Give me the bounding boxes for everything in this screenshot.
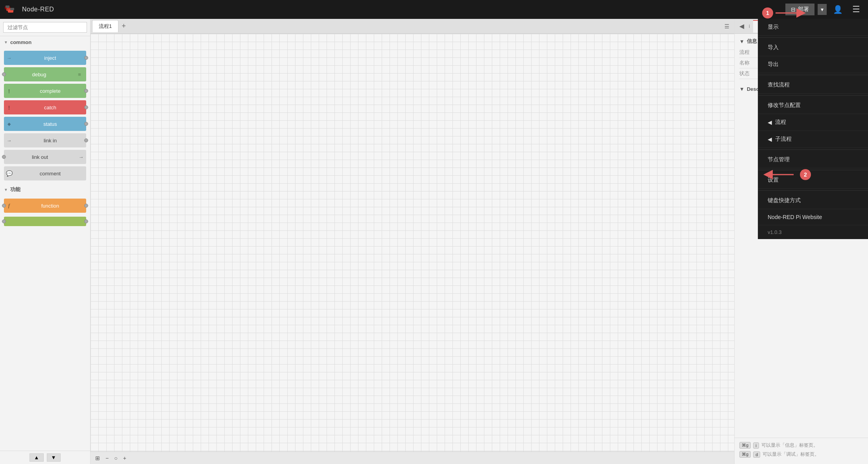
complete-icon: ! (4, 88, 14, 94)
node-comment[interactable]: 💬 comment (4, 166, 86, 180)
palette-category-common-header[interactable]: ▼ common (0, 36, 90, 48)
add-tab-button[interactable]: + (118, 22, 129, 30)
deploy-icon: ⊟ (791, 6, 796, 13)
menu-item-flow-label: 流程 (775, 119, 786, 126)
kbd-hint-debug: ⌘g d 可以显示「调试」标签页。 (739, 451, 863, 458)
panel-collapse-button[interactable]: ◀ (738, 22, 746, 30)
tab-menu-button[interactable]: ☰ (721, 23, 733, 29)
node-complete[interactable]: ! complete (4, 84, 86, 98)
canvas-map-button[interactable]: ⊞ (94, 454, 102, 462)
inject-label: inject (14, 55, 86, 61)
tab-flow1-label: 流程1 (99, 23, 112, 29)
port-right-complete (84, 89, 88, 93)
port-left-function (2, 204, 6, 208)
kbd-cmd-g: ⌘g (739, 442, 751, 449)
link-in-icon: → (4, 138, 14, 144)
canvas-center-button[interactable]: ○ (113, 454, 119, 462)
port-right-link-in (84, 138, 88, 142)
tab-bar: 流程1 + ☰ (90, 19, 734, 34)
common-nodes: → inject debug ≡ ! complete (0, 48, 90, 183)
menu-item-node-management[interactable]: 节点管理 (758, 151, 868, 168)
port-right-status (84, 122, 88, 126)
info-label-status: 状态 (739, 70, 759, 77)
scroll-controls: ▲ ▼ (0, 451, 90, 464)
app-title: Node-RED (22, 6, 54, 13)
menu-item-keyboard-shortcuts[interactable]: 键盘快捷方式 (758, 192, 868, 209)
svg-rect-4 (10, 8, 14, 10)
menu-item-website[interactable]: Node-RED Pi Website (758, 209, 868, 225)
kbd-i: i (753, 442, 759, 449)
status-label: status (14, 121, 86, 127)
port-left-extra (2, 219, 6, 223)
chevron-down-icon: ▼ (4, 40, 8, 44)
subflow-arrow-icon: ◀ (768, 136, 772, 142)
kbd-d: d (753, 451, 760, 458)
node-link-in[interactable]: → link in (4, 133, 86, 147)
canvas-zoom-out-button[interactable]: − (104, 454, 110, 462)
palette-search-area (0, 19, 90, 36)
info-section-title: 信息 (747, 38, 757, 45)
canvas-grid[interactable] (90, 34, 734, 451)
node-red-logo-icon (5, 5, 19, 14)
kbd-hint-info-text: 可以显示「信息」标签页。 (761, 442, 818, 449)
complete-label: complete (14, 88, 86, 94)
canvas-footer: ⊞ − ○ + (90, 451, 734, 464)
canvas-zoom-in-button[interactable]: + (122, 454, 128, 462)
deploy-dropdown-button[interactable]: ▾ (818, 4, 827, 15)
deploy-button[interactable]: ⊟ 部署 (785, 4, 814, 15)
node-link-out[interactable]: link out → (4, 150, 86, 164)
palette-category-function: ▼ 功能 f function (0, 183, 90, 228)
hamburger-menu-button[interactable]: ☰ (849, 3, 863, 16)
menu-item-export[interactable]: 导出 (758, 56, 868, 73)
node-status[interactable]: ◆ status (4, 117, 86, 131)
palette-category-common: ▼ common → inject debug ≡ (0, 36, 90, 183)
node-function[interactable]: f function (4, 199, 86, 213)
menu-item-subflow-label: 子流程 (775, 136, 792, 143)
category-common-label: common (10, 39, 31, 45)
node-debug[interactable]: debug ≡ (4, 67, 86, 81)
dropdown-menu: 显示 导入 导出 查找流程 修改节点配置 ◀ 流程 ◀ 子流程 节点管理 设置 … (758, 19, 868, 239)
tab-flow1[interactable]: 流程1 (92, 20, 118, 32)
user-button[interactable]: 👤 (830, 3, 846, 16)
flow-arrow-icon: ◀ (768, 119, 772, 125)
menu-item-settings[interactable]: 设置 (758, 172, 868, 189)
port-left-debug (2, 72, 6, 76)
kbd-hint-info: ⌘g i 可以显示「信息」标签页。 (739, 442, 863, 449)
main-layout: ▼ common → inject debug ≡ (0, 19, 868, 464)
menu-item-subflow[interactable]: ◀ 子流程 (758, 131, 868, 148)
menu-version: v1.0.3 (758, 225, 868, 239)
svg-rect-3 (6, 6, 9, 8)
info-label-flow: 流程 (739, 49, 759, 56)
scroll-down-button[interactable]: ▼ (47, 453, 61, 462)
menu-item-edit-node-config[interactable]: 修改节点配置 (758, 97, 868, 114)
node-catch[interactable]: ! catch (4, 100, 86, 114)
keyboard-hints: ⌘g i 可以显示「信息」标签页。 ⌘g d 可以显示「调试」标签页。 (735, 438, 868, 464)
catch-label: catch (14, 105, 86, 110)
palette-sidebar: ▼ common → inject debug ≡ (0, 19, 90, 464)
menu-item-search-flow[interactable]: 查找流程 (758, 77, 868, 94)
search-input[interactable] (3, 22, 87, 33)
info-icon: i (747, 23, 752, 29)
function-label: function (14, 203, 86, 209)
menu-item-flow[interactable]: ◀ 流程 (758, 114, 868, 131)
port-right-catch (84, 105, 88, 109)
kbd-hint-debug-text: 可以显示「调试」标签页。 (763, 451, 819, 458)
category-function-label: 功能 (10, 186, 20, 193)
port-right-extra (84, 219, 88, 223)
node-inject[interactable]: → inject (4, 51, 86, 65)
menu-separator-2 (758, 75, 868, 75)
scroll-up-button[interactable]: ▲ (30, 453, 43, 462)
menu-item-display[interactable]: 显示 (758, 19, 868, 36)
palette-category-function-header[interactable]: ▼ 功能 (0, 183, 90, 196)
catch-icon: ! (4, 104, 14, 111)
menu-item-import[interactable]: 导入 (758, 39, 868, 56)
chevron-down-icon-2: ▼ (4, 188, 8, 192)
link-out-label: link out (4, 154, 76, 160)
inject-icon: → (4, 55, 14, 61)
menu-separator-6 (758, 190, 868, 191)
menu-separator-5 (758, 170, 868, 170)
info-label-name: 名称 (739, 59, 759, 66)
node-extra[interactable] (4, 217, 86, 226)
port-right-function (84, 204, 88, 208)
kbd-cmd-g-2: ⌘g (739, 451, 751, 458)
